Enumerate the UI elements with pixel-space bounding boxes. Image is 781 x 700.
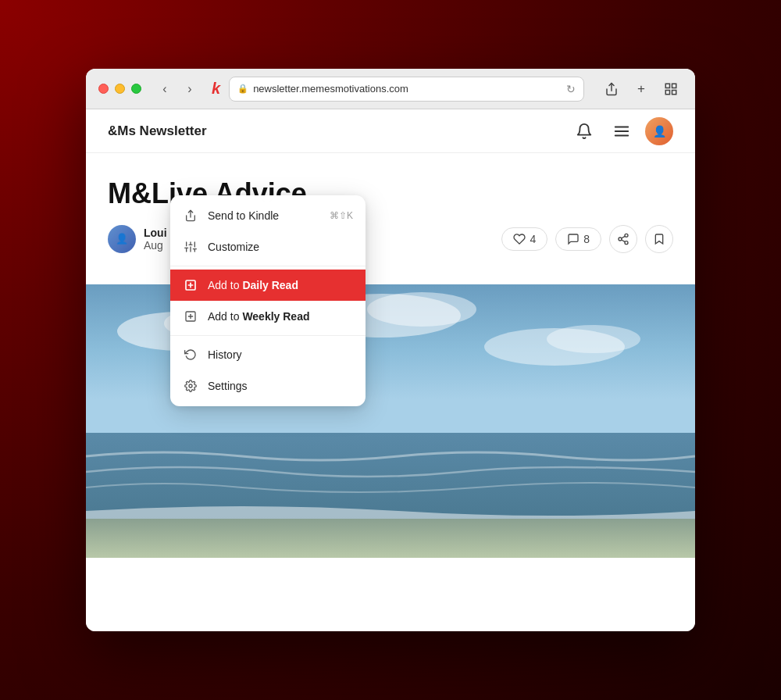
upload-icon — [183, 208, 198, 223]
page-nav-actions: 👤 — [570, 117, 673, 145]
close-button[interactable] — [98, 84, 109, 94]
sliders-icon — [183, 239, 198, 255]
content-area: &Ms Newsletter 👤 — [86, 109, 695, 631]
svg-line-11 — [622, 240, 626, 242]
svg-point-9 — [619, 238, 622, 241]
grid-button[interactable] — [659, 77, 683, 101]
like-button[interactable]: 4 — [501, 227, 547, 251]
menu-divider-1 — [170, 266, 366, 266]
svg-rect-3 — [665, 90, 669, 94]
forward-button[interactable]: › — [179, 78, 201, 100]
svg-point-39 — [189, 384, 192, 388]
url-text: newsletter.memesmotivations.com — [253, 83, 562, 95]
gear-icon — [183, 378, 198, 394]
author-info: Loui Aug — [144, 227, 167, 252]
menu-item-customize[interactable]: Customize — [170, 231, 366, 262]
toolbar-actions: + — [600, 77, 683, 101]
history-label: History — [208, 348, 353, 361]
menu-button[interactable] — [608, 117, 636, 145]
comment-count: 8 — [583, 233, 590, 245]
refresh-button[interactable]: ↻ — [566, 83, 576, 95]
bell-button[interactable] — [570, 117, 598, 145]
traffic-lights — [98, 84, 141, 94]
send-to-kindle-shortcut: ⌘⇧K — [330, 210, 353, 221]
new-tab-button[interactable]: + — [629, 77, 653, 101]
history-icon — [183, 347, 198, 362]
plus-square-icon — [183, 277, 198, 293]
menu-item-send-to-kindle[interactable]: Send to Kindle ⌘⇧K — [170, 200, 366, 231]
dropdown-menu: Send to Kindle ⌘⇧K Customize — [170, 195, 366, 406]
svg-point-17 — [367, 292, 476, 327]
author-avatar: 👤 — [108, 225, 136, 253]
page-nav-title: &Ms Newsletter — [108, 123, 207, 139]
add-daily-read-label: Add to Daily Read — [208, 279, 353, 291]
user-avatar[interactable]: 👤 — [645, 117, 673, 145]
title-bar: ‹ › k 🔒 newsletter.memesmotivations.com … — [86, 69, 695, 109]
author-name: Loui — [144, 227, 167, 239]
comment-button[interactable]: 8 — [555, 227, 601, 251]
svg-point-8 — [625, 234, 628, 237]
share-button[interactable] — [600, 77, 623, 101]
svg-rect-2 — [672, 84, 676, 88]
add-weekly-read-label: Add to Weekly Read — [208, 310, 353, 323]
page-nav: &Ms Newsletter 👤 — [86, 109, 695, 153]
svg-line-12 — [622, 236, 626, 238]
settings-label: Settings — [208, 380, 353, 392]
article-actions: 4 8 — [501, 225, 673, 253]
plus-square-outline-icon — [183, 309, 198, 324]
svg-rect-22 — [86, 519, 695, 558]
menu-divider-2 — [170, 335, 366, 336]
browser-window: ‹ › k 🔒 newsletter.memesmotivations.com … — [86, 69, 695, 631]
svg-point-10 — [625, 241, 628, 244]
svg-point-19 — [547, 325, 640, 353]
lock-icon: 🔒 — [237, 84, 248, 94]
share-article-button[interactable] — [609, 225, 637, 253]
menu-item-settings[interactable]: Settings — [170, 370, 366, 402]
bookmark-button[interactable] — [645, 225, 673, 253]
send-to-kindle-label: Send to Kindle — [208, 209, 320, 222]
svg-rect-4 — [672, 90, 676, 94]
menu-item-add-weekly-read[interactable]: Add to Weekly Read — [170, 301, 366, 332]
author-date: Aug — [144, 239, 167, 252]
customize-label: Customize — [208, 241, 353, 253]
nav-buttons: ‹ › — [154, 78, 201, 100]
svg-rect-1 — [665, 84, 669, 88]
menu-item-history[interactable]: History — [170, 339, 366, 370]
back-button[interactable]: ‹ — [154, 78, 176, 100]
browser-logo: k — [212, 80, 219, 98]
like-count: 4 — [530, 233, 536, 245]
maximize-button[interactable] — [131, 84, 141, 94]
minimize-button[interactable] — [115, 84, 125, 94]
address-bar[interactable]: 🔒 newsletter.memesmotivations.com ↻ — [229, 77, 584, 102]
menu-item-add-daily-read[interactable]: Add to Daily Read — [170, 270, 366, 301]
